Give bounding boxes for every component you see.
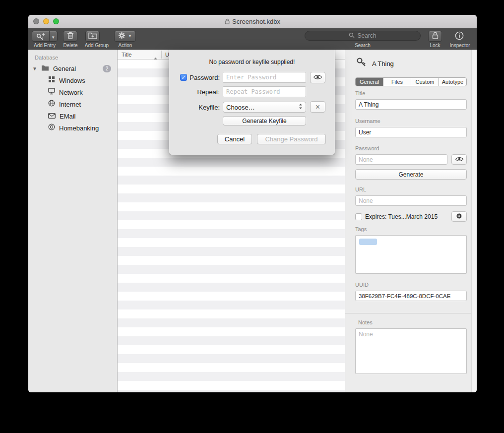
tab-autotype[interactable]: Autotype <box>439 78 466 86</box>
add-group-button[interactable] <box>85 31 100 42</box>
tag-token[interactable] <box>359 239 377 245</box>
clear-keyfile-button[interactable]: × <box>310 101 325 113</box>
sidebar-item-internet[interactable]: Internet <box>48 99 81 110</box>
keyfile-value: Choose… <box>226 104 299 111</box>
sidebar-group-general[interactable]: ▼ General <box>32 63 76 74</box>
tab-files[interactable]: Files <box>383 78 411 86</box>
show-password-button[interactable] <box>451 154 467 165</box>
eye-icon <box>313 73 322 82</box>
key-icon <box>355 56 367 71</box>
group-count-badge: 2 <box>103 65 111 72</box>
title-field[interactable] <box>355 99 467 110</box>
url-field[interactable] <box>355 195 467 206</box>
popup-chevrons-icon <box>299 103 303 112</box>
inspector-scrollbar[interactable] <box>471 50 477 392</box>
sheet-message: No password or keyfile supplied! <box>169 59 335 65</box>
folder-icon <box>41 64 49 73</box>
repeat-input[interactable] <box>223 86 306 97</box>
uuid-field[interactable] <box>355 291 467 301</box>
app-window: Screenshot.kdbx ▼ Add Entry Delete <box>28 15 477 392</box>
search-input[interactable]: Search <box>305 31 421 41</box>
inspector-label: Inspector <box>447 43 472 48</box>
tab-custom[interactable]: Custom <box>411 78 439 86</box>
action-label: Action <box>112 43 139 48</box>
globe-icon <box>48 100 55 109</box>
search-label: Search <box>348 43 378 48</box>
disclosure-triangle-icon[interactable]: ▼ <box>32 66 37 71</box>
section-divider <box>345 313 477 313</box>
info-icon <box>455 33 464 42</box>
uuid-label: UUID <box>355 282 369 288</box>
username-field[interactable] <box>355 127 467 137</box>
column-header-title[interactable]: Title <box>122 50 131 60</box>
add-group-label: Add Group <box>82 43 112 48</box>
titlebar: Screenshot.kdbx <box>28 15 477 28</box>
password-label: Password <box>355 145 379 151</box>
url-label: URL <box>355 186 366 192</box>
change-password-sheet: No password or keyfile supplied! ✓ Passw… <box>169 50 335 155</box>
lock-button[interactable] <box>428 31 442 42</box>
expires-settings-button[interactable] <box>451 211 467 222</box>
generate-keyfile-button[interactable]: Generate Keyfile <box>223 116 306 125</box>
add-entry-dropdown[interactable]: ▼ <box>50 32 57 41</box>
keyfile-label: Keyfile: <box>184 104 220 111</box>
sidebar-item-email[interactable]: EMail <box>48 111 76 122</box>
add-entry-button[interactable]: ▼ <box>32 31 58 42</box>
password-field[interactable] <box>355 154 447 165</box>
document-lock-icon <box>225 17 230 26</box>
item-label: Windows <box>59 77 85 84</box>
change-password-button[interactable]: Change Password <box>257 134 326 144</box>
inspector-button[interactable] <box>455 31 464 42</box>
inspector-tabs: General Files Custom Autotype <box>355 77 467 86</box>
tags-field[interactable] <box>355 235 467 274</box>
key-plus-icon <box>32 32 49 40</box>
username-label: Username <box>355 118 380 124</box>
notes-field[interactable] <box>355 328 467 374</box>
chevron-down-icon: ▼ <box>51 35 55 40</box>
sidebar-header: Database <box>35 55 58 61</box>
repeat-label: Repeat: <box>184 88 220 96</box>
search-placeholder: Search <box>357 32 376 39</box>
sidebar-item-homebanking[interactable]: Homebanking <box>48 123 99 133</box>
item-label: Homebanking <box>59 124 99 132</box>
inspector-panel: A Thing General Files Custom Autotype Ti… <box>345 50 477 392</box>
delete-label: Delete <box>58 43 83 48</box>
keyfile-popup[interactable]: Choose… <box>223 102 306 113</box>
item-label: EMail <box>60 113 76 120</box>
search-icon <box>349 31 355 40</box>
delete-button[interactable] <box>63 31 77 42</box>
entry-title: A Thing <box>372 60 394 67</box>
gear-icon <box>118 32 126 41</box>
cancel-button[interactable]: Cancel <box>217 134 252 144</box>
password-input[interactable] <box>223 72 306 83</box>
sidebar-item-network[interactable]: Network <box>48 87 83 98</box>
eye-icon <box>455 155 464 164</box>
sidebar-item-windows[interactable]: Windows <box>48 75 85 86</box>
item-label: Internet <box>59 101 81 108</box>
coin-icon <box>48 124 55 132</box>
folder-plus-icon <box>88 32 97 41</box>
trash-icon <box>67 31 74 41</box>
toolbar: ▼ Add Entry Delete Add Group <box>28 28 477 50</box>
sidebar: Database ▼ General 2 Windows <box>28 50 118 392</box>
expires-label: Expires: Tues...March 2015 <box>365 213 438 220</box>
generate-button[interactable]: Generate <box>355 169 467 180</box>
tags-label: Tags <box>355 226 367 232</box>
lock-label: Lock <box>423 43 447 48</box>
envelope-icon <box>48 112 56 121</box>
screen: Screenshot.kdbx ▼ Add Entry Delete <box>0 0 504 433</box>
gear-icon <box>456 212 462 221</box>
lock-icon <box>432 32 439 41</box>
window-title: Screenshot.kdbx <box>232 18 280 25</box>
show-password-button[interactable] <box>310 72 325 83</box>
tab-general[interactable]: General <box>356 78 383 86</box>
group-label: General <box>53 65 76 72</box>
network-icon <box>48 88 55 97</box>
notes-label: Notes <box>358 319 373 325</box>
close-x-icon: × <box>315 103 320 111</box>
password-label: Password: <box>184 74 220 81</box>
action-button[interactable]: ▼ <box>114 31 136 42</box>
column-divider[interactable] <box>161 51 162 59</box>
expires-checkbox[interactable] <box>355 213 362 220</box>
item-label: Network <box>59 89 83 96</box>
